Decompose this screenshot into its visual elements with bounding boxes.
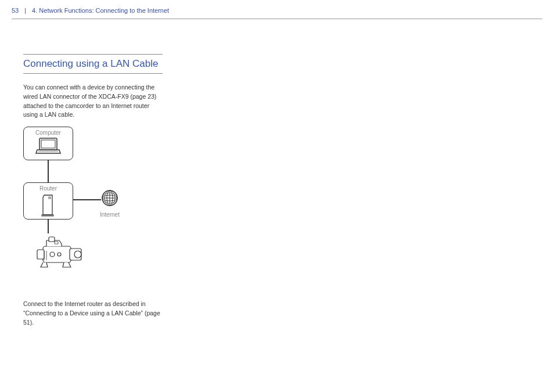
connector-line: [73, 199, 101, 200]
svg-rect-15: [37, 250, 44, 259]
internet-node: Internet: [100, 189, 120, 218]
connector-line: [48, 160, 49, 182]
svg-rect-1: [41, 140, 55, 148]
computer-box: Computer: [23, 127, 73, 160]
router-box: Router: [23, 182, 73, 220]
section-title: Connecting using a LAN Cable: [23, 54, 163, 74]
svg-rect-21: [55, 242, 58, 244]
laptop-icon: [35, 137, 62, 156]
page-header: 53 | 4. Network Functions: Connecting to…: [0, 0, 554, 19]
intro-paragraph: You can connect with a device by connect…: [23, 83, 163, 120]
computer-label: Computer: [24, 130, 73, 136]
router-icon: [41, 193, 56, 217]
svg-point-17: [50, 252, 55, 257]
connector-line: [48, 220, 49, 233]
page-number: 53: [12, 7, 19, 14]
header-separator: |: [24, 7, 26, 14]
content-column: Connecting using a LAN Cable You can con…: [0, 19, 163, 327]
connection-diagram: Computer Router: [23, 127, 163, 295]
internet-label: Internet: [100, 211, 120, 218]
camcorder-icon: [29, 233, 87, 274]
svg-point-18: [57, 253, 61, 256]
outro-paragraph: Connect to the Internet router as descri…: [23, 300, 163, 327]
router-label: Router: [24, 185, 73, 192]
svg-rect-16: [49, 237, 55, 242]
svg-point-14: [74, 251, 81, 258]
chapter-title: 4. Network Functions: Connecting to the …: [32, 7, 169, 14]
svg-rect-12: [43, 246, 71, 262]
globe-icon: [101, 189, 118, 207]
svg-rect-4: [42, 215, 53, 216]
